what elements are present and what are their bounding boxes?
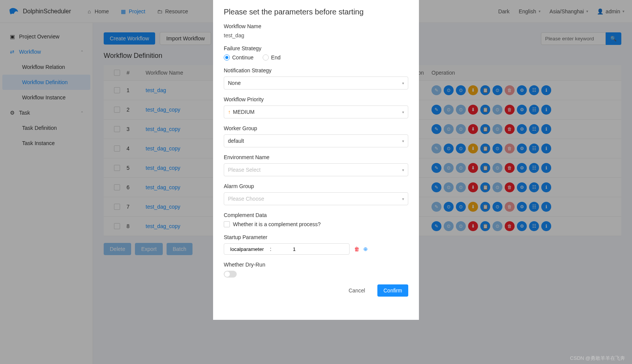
workflow-name-value: test_dag <box>224 32 408 38</box>
worker-group-label: Worker Group <box>224 125 408 131</box>
failure-end-radio[interactable]: End <box>263 54 281 61</box>
complement-label: Complement Data <box>224 212 408 218</box>
alarm-group-label: Alarm Group <box>224 183 408 189</box>
workflow-name-label: Workflow Name <box>224 23 408 29</box>
complement-checkbox-row[interactable]: Whether it is a complement process? <box>224 221 408 227</box>
startup-param-row: : <box>224 243 350 255</box>
chevron-down-icon: ▾ <box>402 139 404 143</box>
radio-checked-icon <box>224 54 230 61</box>
alarm-group-select[interactable]: Please Choose▾ <box>224 192 408 205</box>
confirm-button[interactable]: Confirm <box>377 284 408 297</box>
param-value-input[interactable] <box>275 246 313 252</box>
radio-unchecked-icon <box>263 54 269 61</box>
env-name-label: Environment Name <box>224 154 408 160</box>
dryrun-switch[interactable] <box>224 271 237 278</box>
add-param-icon[interactable]: ⊕ <box>363 246 368 252</box>
start-params-modal: Please set the parameters before startin… <box>213 0 419 320</box>
failure-continue-radio[interactable]: Continue <box>224 54 253 61</box>
chevron-down-icon: ▾ <box>402 110 404 114</box>
param-separator: : <box>270 246 271 252</box>
modal-overlay[interactable]: Please set the parameters before startin… <box>0 0 632 364</box>
delete-param-icon[interactable]: 🗑 <box>354 246 359 252</box>
env-name-select[interactable]: Please Select▾ <box>224 163 408 176</box>
arrow-up-icon: ↑ <box>228 109 231 115</box>
priority-label: Workflow Priority <box>224 96 408 102</box>
watermark: CSDN @勇敢羊羊在飞奔 <box>570 355 625 362</box>
failure-strategy-label: Failure Strategy <box>224 45 408 51</box>
cancel-button[interactable]: Cancel <box>342 284 371 297</box>
chevron-down-icon: ▾ <box>402 168 404 172</box>
notification-strategy-label: Notification Strategy <box>224 67 408 73</box>
chevron-down-icon: ▾ <box>402 197 404 201</box>
param-key-input[interactable] <box>228 246 266 252</box>
worker-group-select[interactable]: default▾ <box>224 134 408 147</box>
chevron-down-icon: ▾ <box>402 81 404 85</box>
modal-title: Please set the parameters before startin… <box>224 8 408 16</box>
notification-select[interactable]: None▾ <box>224 77 408 89</box>
priority-select[interactable]: ↑MEDIUM▾ <box>224 105 408 118</box>
startup-param-label: Startup Parameter <box>224 234 408 240</box>
checkbox-icon <box>224 221 230 227</box>
dryrun-label: Whether Dry-Run <box>224 262 408 268</box>
